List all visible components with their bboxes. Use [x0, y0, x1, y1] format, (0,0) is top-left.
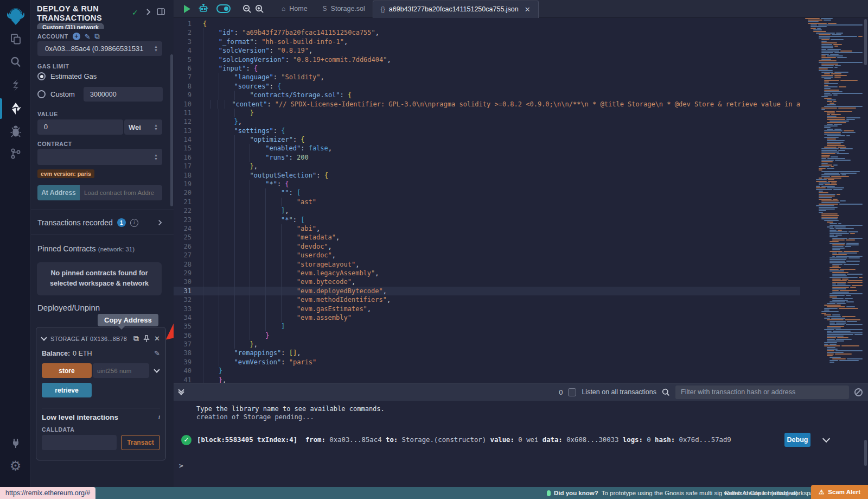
store-arg-input[interactable] — [93, 363, 149, 378]
value-input[interactable] — [37, 119, 123, 135]
sidebar-item-debugger[interactable] — [0, 121, 31, 142]
transactions-info-icon[interactable]: i — [130, 219, 138, 227]
code-line: 40} — [174, 367, 800, 375]
copy-address-icon[interactable]: ⧉ — [133, 334, 139, 343]
add-account-icon[interactable]: + — [73, 33, 80, 40]
indent-guide — [250, 180, 265, 188]
expand-args-chevron-icon[interactable] — [154, 367, 159, 372]
pin-panel-icon[interactable] — [157, 8, 165, 17]
code-token: "sources" — [234, 82, 270, 91]
terminal-collapse-icon[interactable] — [179, 390, 183, 394]
sign-message-icon[interactable]: ✎ — [85, 33, 91, 41]
copilot-status[interactable]: RemixAI Copilot (enabled) — [725, 490, 797, 496]
terminal-prompt[interactable]: > — [179, 462, 183, 470]
tab-Storage.sol[interactable]: SStorage.sol — [315, 0, 373, 18]
transact-button[interactable]: Transact — [121, 435, 160, 450]
store-button[interactable]: store — [42, 363, 92, 378]
collapse-chevron-icon[interactable] — [41, 334, 47, 340]
panel-scrollbar[interactable] — [170, 54, 173, 206]
minimap-bar — [829, 262, 846, 263]
minimap-bar — [832, 300, 848, 301]
debug-button[interactable]: Debug — [784, 433, 810, 447]
filter-input[interactable] — [675, 386, 849, 399]
minimap-bar — [821, 75, 833, 76]
minimap-bar — [819, 34, 831, 35]
minimap-bar — [836, 111, 852, 112]
zoom-in-button[interactable] — [255, 4, 264, 14]
minimap-bar — [821, 161, 833, 162]
line-number: 29 — [174, 269, 203, 277]
minimap-bar — [832, 287, 849, 288]
indent-guide — [234, 162, 250, 170]
minimap[interactable] — [800, 18, 863, 382]
transactions-expand-icon[interactable] — [158, 219, 162, 226]
code-token: [] — [289, 349, 297, 357]
sidebar-item-solidity-compiler[interactable] — [0, 74, 31, 96]
minimap-bar — [846, 239, 855, 241]
calldata-input[interactable] — [42, 435, 117, 450]
edit-balance-icon[interactable]: ✎ — [154, 349, 160, 357]
zoom-out-button[interactable] — [242, 4, 252, 14]
pin-icon[interactable] — [143, 335, 150, 343]
retrieve-button[interactable]: retrieve — [42, 383, 92, 397]
at-address-input[interactable] — [80, 185, 162, 200]
card-divider — [42, 408, 160, 408]
scam-alert-button[interactable]: ⚠ Scam Alert — [811, 485, 868, 499]
line-number: 26 — [174, 242, 203, 251]
sidebar-item-search[interactable] — [0, 51, 31, 73]
code-area[interactable]: 1{2"id": "a69b43f277ba20fcac141151250ca7… — [174, 18, 800, 383]
at-address-button[interactable]: At Address — [37, 185, 80, 200]
minimap-bar — [819, 60, 837, 61]
clear-console-icon[interactable] — [854, 388, 863, 396]
sidebar-item-source-control[interactable] — [0, 143, 31, 165]
tab-a69b43f277ba20fcac141151250ca755.json[interactable]: {}a69b43f277ba20fcac141151250ca755.json✕ — [373, 1, 539, 18]
account-select[interactable]: 0xA03...85ac4 (0.39866531531 ▲▼ — [37, 41, 162, 56]
run-script-button[interactable] — [183, 5, 190, 13]
indent-guide — [234, 198, 250, 206]
transaction-row[interactable]: ✓ [block:5583405 txIndex:4] from: 0xa03.… — [174, 431, 868, 449]
minimap-bar — [827, 352, 844, 353]
tab-Home[interactable]: ⌂Home — [274, 0, 315, 18]
sidebar-item-file-explorer[interactable] — [0, 28, 31, 50]
minimap-bar — [827, 55, 843, 56]
line-number: 9 — [174, 91, 203, 99]
code-token: : — [301, 144, 308, 153]
sidebar-item-settings[interactable]: ⚙ — [0, 455, 31, 477]
minimap-bar — [830, 54, 839, 55]
minimap-bar — [819, 212, 823, 213]
code-token: "solcLongVersion" — [219, 55, 285, 64]
account-value: 0xA03...85ac4 (0.39866531531 — [45, 45, 154, 53]
code-token: "metadata" — [297, 233, 336, 242]
tx-expand-chevron-icon[interactable] — [822, 435, 830, 443]
line-number: 20 — [174, 188, 203, 197]
custom-gas-input[interactable] — [84, 87, 163, 102]
code-token: : — [273, 127, 281, 135]
minimap-bar — [824, 20, 831, 21]
copilot-toggle[interactable] — [216, 4, 231, 13]
remix-logo[interactable] — [0, 4, 31, 28]
low-level-info-icon[interactable]: i — [158, 413, 160, 421]
code-line: 32"evm.methodIdentifiers", — [174, 295, 800, 304]
indent-guide — [203, 313, 219, 322]
forward-chevron-icon[interactable] — [146, 8, 151, 17]
sidebar-item-plugin-manager[interactable] — [0, 432, 31, 454]
terminal-scrollbar[interactable] — [864, 440, 867, 466]
account-stepper-icon[interactable]: ▲▼ — [154, 45, 158, 52]
code-line: 34"evm.assembly" — [174, 313, 800, 322]
editor-scrollbar[interactable] — [864, 19, 867, 65]
copy-account-icon[interactable]: ⧉ — [95, 32, 100, 41]
value-unit-select[interactable]: Wei ▲▼ — [124, 119, 162, 135]
zoom-out-icon — [242, 4, 252, 14]
minimap-bar — [824, 98, 832, 99]
custom-gas-radio[interactable] — [37, 90, 46, 98]
contract-select[interactable]: ▲▼ — [37, 149, 162, 165]
deploy-run-panel: DEPLOY & RUN TRANSACTIONS ✓ Custom (31) … — [31, 0, 174, 487]
tx-segment: hash: — [655, 436, 675, 444]
indent-guide — [234, 260, 250, 269]
close-contract-icon[interactable]: ✕ — [154, 334, 160, 343]
ai-copilot-button[interactable] — [198, 4, 209, 14]
close-tab-icon[interactable]: ✕ — [525, 5, 531, 14]
estimated-gas-radio[interactable] — [37, 72, 46, 80]
sidebar-item-deploy-run[interactable] — [0, 98, 31, 119]
listen-checkbox[interactable] — [568, 388, 576, 396]
